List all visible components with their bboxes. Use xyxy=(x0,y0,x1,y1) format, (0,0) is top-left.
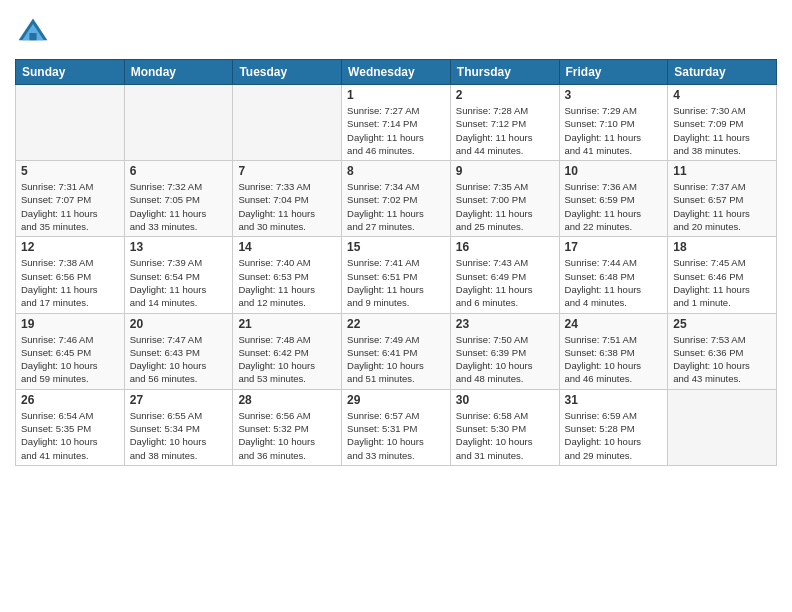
calendar-cell: 24Sunrise: 7:51 AMSunset: 6:38 PMDayligh… xyxy=(559,313,668,389)
day-info: Sunrise: 6:59 AMSunset: 5:28 PMDaylight:… xyxy=(565,409,663,462)
calendar-cell: 10Sunrise: 7:36 AMSunset: 6:59 PMDayligh… xyxy=(559,161,668,237)
calendar-week-row: 26Sunrise: 6:54 AMSunset: 5:35 PMDayligh… xyxy=(16,389,777,465)
day-info: Sunrise: 6:55 AMSunset: 5:34 PMDaylight:… xyxy=(130,409,228,462)
day-info: Sunrise: 7:38 AMSunset: 6:56 PMDaylight:… xyxy=(21,256,119,309)
day-number: 30 xyxy=(456,393,554,407)
calendar-cell xyxy=(16,85,125,161)
calendar-cell: 21Sunrise: 7:48 AMSunset: 6:42 PMDayligh… xyxy=(233,313,342,389)
day-number: 27 xyxy=(130,393,228,407)
calendar-cell: 22Sunrise: 7:49 AMSunset: 6:41 PMDayligh… xyxy=(342,313,451,389)
weekday-header-saturday: Saturday xyxy=(668,60,777,85)
calendar-week-row: 19Sunrise: 7:46 AMSunset: 6:45 PMDayligh… xyxy=(16,313,777,389)
day-info: Sunrise: 7:49 AMSunset: 6:41 PMDaylight:… xyxy=(347,333,445,386)
calendar-week-row: 1Sunrise: 7:27 AMSunset: 7:14 PMDaylight… xyxy=(16,85,777,161)
day-info: Sunrise: 7:35 AMSunset: 7:00 PMDaylight:… xyxy=(456,180,554,233)
day-info: Sunrise: 7:33 AMSunset: 7:04 PMDaylight:… xyxy=(238,180,336,233)
calendar-week-row: 12Sunrise: 7:38 AMSunset: 6:56 PMDayligh… xyxy=(16,237,777,313)
day-info: Sunrise: 7:53 AMSunset: 6:36 PMDaylight:… xyxy=(673,333,771,386)
day-info: Sunrise: 7:37 AMSunset: 6:57 PMDaylight:… xyxy=(673,180,771,233)
day-number: 2 xyxy=(456,88,554,102)
day-number: 21 xyxy=(238,317,336,331)
weekday-header-tuesday: Tuesday xyxy=(233,60,342,85)
day-info: Sunrise: 7:51 AMSunset: 6:38 PMDaylight:… xyxy=(565,333,663,386)
weekday-header-row: SundayMondayTuesdayWednesdayThursdayFrid… xyxy=(16,60,777,85)
day-number: 13 xyxy=(130,240,228,254)
calendar-cell: 18Sunrise: 7:45 AMSunset: 6:46 PMDayligh… xyxy=(668,237,777,313)
calendar-cell xyxy=(124,85,233,161)
day-info: Sunrise: 6:56 AMSunset: 5:32 PMDaylight:… xyxy=(238,409,336,462)
day-info: Sunrise: 7:27 AMSunset: 7:14 PMDaylight:… xyxy=(347,104,445,157)
day-info: Sunrise: 7:34 AMSunset: 7:02 PMDaylight:… xyxy=(347,180,445,233)
day-number: 14 xyxy=(238,240,336,254)
svg-rect-2 xyxy=(29,33,36,40)
calendar-cell: 5Sunrise: 7:31 AMSunset: 7:07 PMDaylight… xyxy=(16,161,125,237)
day-info: Sunrise: 7:30 AMSunset: 7:09 PMDaylight:… xyxy=(673,104,771,157)
weekday-header-wednesday: Wednesday xyxy=(342,60,451,85)
calendar-cell xyxy=(233,85,342,161)
weekday-header-thursday: Thursday xyxy=(450,60,559,85)
day-number: 24 xyxy=(565,317,663,331)
day-number: 18 xyxy=(673,240,771,254)
day-info: Sunrise: 7:46 AMSunset: 6:45 PMDaylight:… xyxy=(21,333,119,386)
weekday-header-monday: Monday xyxy=(124,60,233,85)
calendar-cell: 14Sunrise: 7:40 AMSunset: 6:53 PMDayligh… xyxy=(233,237,342,313)
day-info: Sunrise: 7:45 AMSunset: 6:46 PMDaylight:… xyxy=(673,256,771,309)
day-info: Sunrise: 6:58 AMSunset: 5:30 PMDaylight:… xyxy=(456,409,554,462)
day-info: Sunrise: 7:39 AMSunset: 6:54 PMDaylight:… xyxy=(130,256,228,309)
day-info: Sunrise: 7:41 AMSunset: 6:51 PMDaylight:… xyxy=(347,256,445,309)
calendar-cell: 25Sunrise: 7:53 AMSunset: 6:36 PMDayligh… xyxy=(668,313,777,389)
calendar-cell: 29Sunrise: 6:57 AMSunset: 5:31 PMDayligh… xyxy=(342,389,451,465)
day-info: Sunrise: 7:48 AMSunset: 6:42 PMDaylight:… xyxy=(238,333,336,386)
day-info: Sunrise: 7:44 AMSunset: 6:48 PMDaylight:… xyxy=(565,256,663,309)
day-number: 4 xyxy=(673,88,771,102)
day-info: Sunrise: 7:31 AMSunset: 7:07 PMDaylight:… xyxy=(21,180,119,233)
logo xyxy=(15,15,55,51)
calendar-cell xyxy=(668,389,777,465)
day-number: 3 xyxy=(565,88,663,102)
page-header xyxy=(15,10,777,51)
calendar-cell: 7Sunrise: 7:33 AMSunset: 7:04 PMDaylight… xyxy=(233,161,342,237)
day-number: 11 xyxy=(673,164,771,178)
day-number: 19 xyxy=(21,317,119,331)
day-number: 29 xyxy=(347,393,445,407)
calendar-table: SundayMondayTuesdayWednesdayThursdayFrid… xyxy=(15,59,777,466)
day-info: Sunrise: 7:43 AMSunset: 6:49 PMDaylight:… xyxy=(456,256,554,309)
calendar-cell: 1Sunrise: 7:27 AMSunset: 7:14 PMDaylight… xyxy=(342,85,451,161)
calendar-cell: 28Sunrise: 6:56 AMSunset: 5:32 PMDayligh… xyxy=(233,389,342,465)
day-number: 9 xyxy=(456,164,554,178)
calendar-cell: 4Sunrise: 7:30 AMSunset: 7:09 PMDaylight… xyxy=(668,85,777,161)
calendar-cell: 6Sunrise: 7:32 AMSunset: 7:05 PMDaylight… xyxy=(124,161,233,237)
day-number: 17 xyxy=(565,240,663,254)
day-number: 26 xyxy=(21,393,119,407)
calendar-cell: 20Sunrise: 7:47 AMSunset: 6:43 PMDayligh… xyxy=(124,313,233,389)
day-number: 5 xyxy=(21,164,119,178)
day-number: 23 xyxy=(456,317,554,331)
day-info: Sunrise: 7:32 AMSunset: 7:05 PMDaylight:… xyxy=(130,180,228,233)
day-number: 20 xyxy=(130,317,228,331)
calendar-cell: 31Sunrise: 6:59 AMSunset: 5:28 PMDayligh… xyxy=(559,389,668,465)
calendar-cell: 26Sunrise: 6:54 AMSunset: 5:35 PMDayligh… xyxy=(16,389,125,465)
calendar-cell: 16Sunrise: 7:43 AMSunset: 6:49 PMDayligh… xyxy=(450,237,559,313)
day-number: 28 xyxy=(238,393,336,407)
calendar-cell: 17Sunrise: 7:44 AMSunset: 6:48 PMDayligh… xyxy=(559,237,668,313)
day-number: 16 xyxy=(456,240,554,254)
day-info: Sunrise: 7:40 AMSunset: 6:53 PMDaylight:… xyxy=(238,256,336,309)
day-number: 7 xyxy=(238,164,336,178)
weekday-header-friday: Friday xyxy=(559,60,668,85)
calendar-cell: 27Sunrise: 6:55 AMSunset: 5:34 PMDayligh… xyxy=(124,389,233,465)
day-number: 1 xyxy=(347,88,445,102)
calendar-cell: 2Sunrise: 7:28 AMSunset: 7:12 PMDaylight… xyxy=(450,85,559,161)
day-number: 6 xyxy=(130,164,228,178)
logo-icon xyxy=(15,15,51,51)
day-info: Sunrise: 7:36 AMSunset: 6:59 PMDaylight:… xyxy=(565,180,663,233)
day-info: Sunrise: 7:47 AMSunset: 6:43 PMDaylight:… xyxy=(130,333,228,386)
calendar-cell: 19Sunrise: 7:46 AMSunset: 6:45 PMDayligh… xyxy=(16,313,125,389)
calendar-week-row: 5Sunrise: 7:31 AMSunset: 7:07 PMDaylight… xyxy=(16,161,777,237)
calendar-cell: 30Sunrise: 6:58 AMSunset: 5:30 PMDayligh… xyxy=(450,389,559,465)
calendar-cell: 13Sunrise: 7:39 AMSunset: 6:54 PMDayligh… xyxy=(124,237,233,313)
day-info: Sunrise: 6:57 AMSunset: 5:31 PMDaylight:… xyxy=(347,409,445,462)
day-number: 22 xyxy=(347,317,445,331)
weekday-header-sunday: Sunday xyxy=(16,60,125,85)
calendar-cell: 9Sunrise: 7:35 AMSunset: 7:00 PMDaylight… xyxy=(450,161,559,237)
day-number: 25 xyxy=(673,317,771,331)
